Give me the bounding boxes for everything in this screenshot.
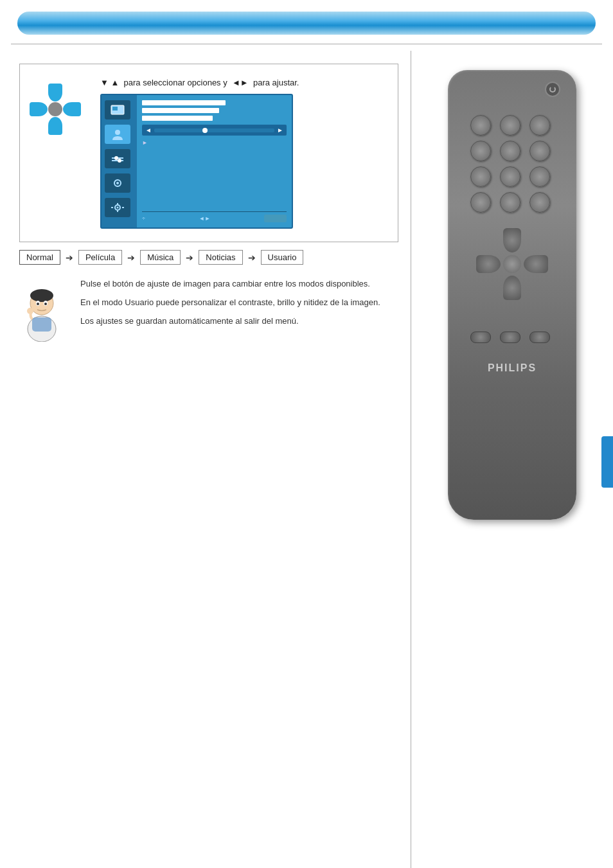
- svg-rect-11: [117, 203, 118, 205]
- osd-bars-group: [142, 100, 287, 121]
- remote-btn-4[interactable]: [470, 141, 491, 161]
- dpad: [30, 84, 81, 135]
- top-banner: [17, 12, 596, 35]
- remote-dpad-center[interactable]: [503, 255, 521, 273]
- remote-bottom-btn-3[interactable]: [529, 332, 550, 343]
- osd-display: ◄ ► ►: [100, 94, 293, 229]
- person-svg: [19, 284, 64, 342]
- remote-bottom-btn-1[interactable]: [470, 332, 491, 343]
- instructions-area: ▼ ▲ para seleccionar opciones y ◄► para …: [100, 77, 388, 229]
- remote-btn-1[interactable]: [470, 115, 491, 136]
- top-rule: [11, 44, 602, 44]
- remote-dpad-up[interactable]: [503, 228, 521, 252]
- arrow-2: ➔: [127, 252, 135, 263]
- remote-btn-grid-1: [470, 115, 554, 136]
- osd-slider-track: [154, 128, 274, 132]
- dpad-down-icon: [48, 117, 62, 135]
- osd-icon-3: [105, 149, 130, 168]
- svg-rect-14: [122, 207, 124, 208]
- osd-icon-adjust: [110, 153, 125, 164]
- svg-point-5: [114, 156, 118, 160]
- svg-point-20: [37, 303, 39, 305]
- osd-sub-item: ►: [142, 138, 287, 147]
- osd-right-arrow: ►: [277, 127, 283, 134]
- osd-sidebar: [102, 95, 137, 227]
- remote-btn-8[interactable]: [500, 166, 520, 187]
- remote-control: PHILIPS: [448, 70, 576, 520]
- mode-normal: Normal: [19, 250, 60, 265]
- nav-updown: ▼ ▲: [100, 78, 119, 87]
- dpad-container: [30, 84, 87, 135]
- remote-bottom-btn-2[interactable]: [500, 332, 520, 343]
- blue-tab: [601, 436, 613, 488]
- left-content: ▼ ▲ para seleccionar opciones y ◄► para …: [0, 51, 411, 868]
- mode-usuario: Usuario: [261, 250, 304, 265]
- remote-btn-3[interactable]: [529, 115, 550, 136]
- arrow-1: ➔: [66, 252, 73, 263]
- dpad-center-icon: [48, 102, 62, 116]
- nav-leftright: ◄►: [232, 78, 249, 87]
- svg-point-10: [117, 207, 119, 209]
- svg-point-21: [44, 303, 47, 305]
- mode-sequence: Normal ➔ Película ➔ Música ➔ Noticias ➔ …: [19, 250, 398, 265]
- remote-brand-label: PHILIPS: [488, 362, 537, 374]
- remote-btn-grid-2: [470, 141, 554, 161]
- svg-point-2: [115, 130, 120, 135]
- svg-point-22: [27, 308, 33, 314]
- dpad-left-icon: [30, 102, 48, 116]
- osd-bar-3: [142, 116, 213, 121]
- remote-dpad-left[interactable]: [476, 255, 501, 273]
- svg-point-6: [118, 159, 121, 163]
- svg-point-17: [30, 289, 53, 302]
- osd-footer-btn: [264, 215, 287, 222]
- osd-icon-settings: [110, 202, 125, 213]
- osd-icon-4: [105, 173, 130, 193]
- osd-main-content: ◄ ► ►: [137, 95, 292, 227]
- osd-screen: ◄ ► ►: [100, 94, 293, 229]
- remote-btn-grid-3: [470, 166, 554, 187]
- osd-slider-row: ◄ ►: [142, 125, 287, 136]
- section-inner: ▼ ▲ para seleccionar opciones y ◄► para …: [20, 71, 398, 235]
- info-para-2: En el modo Usuario puede personalizar el…: [80, 296, 380, 310]
- dpad-up-icon: [48, 84, 62, 102]
- osd-footer: ÷ ◄►: [142, 211, 287, 222]
- mode-pelicula: Película: [78, 250, 122, 265]
- remote-btn-11[interactable]: [500, 192, 520, 213]
- remote-btn-6[interactable]: [529, 141, 550, 161]
- section-box: ▼ ▲ para seleccionar opciones y ◄► para …: [19, 64, 398, 242]
- dpad-right-icon: [63, 102, 81, 116]
- svg-rect-23: [32, 317, 51, 332]
- arrow-3: ➔: [186, 252, 193, 263]
- mode-noticias: Noticias: [199, 250, 242, 265]
- info-section: Pulse el botón de ajuste de imagen para …: [19, 278, 392, 335]
- remote-power-button[interactable]: [545, 82, 560, 97]
- remote-btn-12[interactable]: [529, 192, 550, 213]
- remote-btn-9[interactable]: [529, 166, 550, 187]
- nav-instruction: ▼ ▲ para seleccionar opciones y ◄► para …: [100, 77, 388, 89]
- right-content: PHILIPS: [411, 51, 613, 868]
- remote-bottom-btns: [470, 332, 554, 343]
- remote-btn-7[interactable]: [470, 166, 491, 187]
- osd-spacer: [142, 147, 287, 209]
- main-layout: ▼ ▲ para seleccionar opciones y ◄► para …: [0, 51, 613, 868]
- remote-dpad-area: [474, 226, 551, 303]
- osd-left-arrow: ◄: [145, 127, 152, 134]
- osd-icon-5: [105, 198, 130, 217]
- remote-dpad-right[interactable]: [524, 255, 548, 273]
- info-para-3: Los ajustes se guardan automáticamente a…: [80, 315, 380, 328]
- osd-bar-1: [142, 100, 226, 105]
- osd-footer-nav: ◄►: [199, 215, 211, 222]
- remote-btn-5[interactable]: [500, 141, 520, 161]
- remote-dpad-down[interactable]: [503, 276, 521, 300]
- svg-rect-13: [111, 207, 113, 208]
- power-icon: [549, 86, 556, 93]
- osd-icon-1: [105, 100, 130, 120]
- info-text-block: Pulse el botón de ajuste de imagen para …: [80, 278, 380, 333]
- remote-btn-2[interactable]: [500, 115, 520, 136]
- svg-rect-12: [117, 210, 118, 212]
- osd-slider-thumb: [202, 128, 208, 133]
- remote-btn-10[interactable]: [470, 192, 491, 213]
- info-with-person: Pulse el botón de ajuste de imagen para …: [19, 278, 392, 335]
- svg-point-8: [116, 182, 119, 184]
- osd-icon-audio: [110, 177, 125, 189]
